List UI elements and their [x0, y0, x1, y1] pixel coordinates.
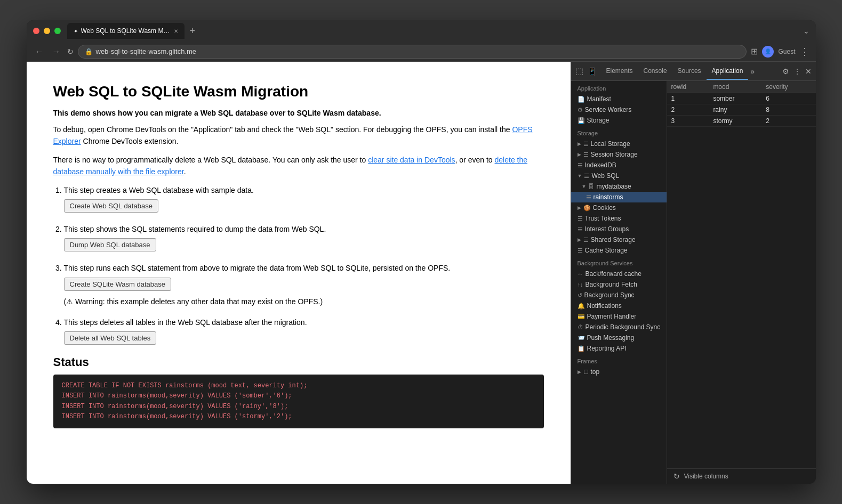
sidebar-item-service-workers[interactable]: ⚙ Service Workers	[571, 104, 667, 115]
tab-application[interactable]: Application	[707, 63, 749, 80]
devtools-close-icon[interactable]: ✕	[805, 67, 812, 76]
sidebar-item-shared-storage[interactable]: ▶ ☰ Shared Storage	[571, 234, 667, 245]
sidebar-item-label: Background Sync	[584, 291, 635, 299]
devtools-main-panel: rowid mood severity 1 somber 6	[667, 81, 816, 484]
websql-icon: ☰	[584, 173, 589, 180]
sidebar-item-background-sync[interactable]: ↺ Background Sync	[571, 290, 667, 300]
url-bar[interactable]: 🔒 web-sql-to-sqlite-wasm.glitch.me	[78, 45, 747, 59]
sidebar-item-manifest[interactable]: 📄 Manifest	[571, 94, 667, 104]
reload-button[interactable]: ↻	[67, 47, 74, 56]
device-icon[interactable]: 📱	[588, 67, 597, 76]
back-button[interactable]: ←	[33, 45, 46, 59]
cell-mood: somber	[709, 93, 761, 104]
tab-elements[interactable]: Elements	[601, 63, 638, 80]
intro-text-2-mid: , or even to	[455, 156, 495, 164]
code-line-4: INSERT INTO rainstorms(mood,severity) VA…	[62, 412, 535, 422]
vertical-dots-icon[interactable]: ⋮	[793, 67, 801, 76]
storage-icon: 💾	[578, 117, 585, 124]
titlebar-chevron-icon[interactable]: ⌄	[803, 27, 809, 35]
settings-icon[interactable]: ⚙	[782, 67, 789, 76]
step-4-list: This steps deletes all tables in the Web…	[53, 316, 544, 345]
notifications-icon: 🔔	[578, 303, 585, 310]
more-tabs-icon[interactable]: »	[750, 67, 755, 76]
sidebar-item-payment-handler[interactable]: 💳 Payment Handler	[571, 311, 667, 322]
sidebar-item-label: rainstorms	[594, 193, 623, 201]
close-button[interactable]	[33, 28, 39, 34]
table-row[interactable]: 2 rainy 8	[667, 104, 816, 116]
periodic-bg-sync-icon: ⏱	[578, 324, 583, 330]
visible-columns-label[interactable]: Visible columns	[684, 473, 728, 480]
sidebar-section-frames: Frames	[571, 354, 667, 367]
tab-sources[interactable]: Sources	[672, 63, 707, 80]
expand-icon: ▶	[578, 141, 581, 147]
tab-console[interactable]: Console	[638, 63, 672, 80]
status-heading: Status	[53, 355, 544, 369]
steps-list: This step creates a Web SQL database wit…	[53, 184, 544, 291]
intro-text-1-end: Chrome DevTools extension.	[81, 137, 179, 145]
sidebar-item-push-messaging[interactable]: 📨 Push Messaging	[571, 332, 667, 343]
frame-icon: ☐	[583, 369, 589, 376]
sidebar-item-interest-groups[interactable]: ☰ Interest Groups	[571, 224, 667, 234]
expand-icon: ▼	[578, 173, 582, 178]
page-subtitle: This demo shows how you can migrate a We…	[53, 109, 544, 117]
devtools-panel: ⬚ 📱 Elements Console Sources Application…	[571, 62, 816, 484]
sidebar-item-periodic-bg-sync[interactable]: ⏱ Periodic Background Sync	[571, 322, 667, 332]
cell-severity: 2	[761, 116, 815, 127]
delete-websql-button[interactable]: Delete all Web SQL tables	[64, 331, 157, 345]
create-websql-button[interactable]: Create Web SQL database	[64, 199, 158, 213]
sidebar-item-label: Service Workers	[585, 106, 632, 113]
expand-icon: ▶	[578, 152, 581, 157]
sidebar-item-label: Reporting API	[587, 345, 627, 352]
sidebar-item-cookies[interactable]: ▶ 🍪 Cookies	[571, 202, 667, 213]
sidebar-item-label: Interest Groups	[585, 225, 629, 233]
sidebar-item-cache-storage[interactable]: ☰ Cache Storage	[571, 245, 667, 256]
database-icon: 🗄	[588, 183, 594, 190]
guest-label: Guest	[778, 48, 795, 55]
sidebar-item-background-fetch[interactable]: ↑↓ Background Fetch	[571, 279, 667, 290]
sidebar-item-rainstorms[interactable]: ☰ rainstorms	[571, 192, 667, 202]
local-storage-icon: ☰	[583, 141, 589, 148]
sidebar-item-indexeddb[interactable]: ☰ IndexedDB	[571, 160, 667, 170]
expand-icon: ▶	[578, 369, 581, 375]
sidebar-item-storage[interactable]: 💾 Storage	[571, 115, 667, 126]
sidebar-item-websql[interactable]: ▼ ☰ Web SQL	[571, 170, 667, 181]
step-4-text: This steps deletes all tables in the Web…	[64, 318, 307, 327]
avatar[interactable]: 👤	[762, 46, 774, 58]
table-row[interactable]: 1 somber 6	[667, 93, 816, 104]
devtools-footer: ↻ Visible columns	[667, 468, 816, 484]
table-row[interactable]: 3 stormy 2	[667, 116, 816, 127]
sidebar-item-frames-top[interactable]: ▶ ☐ top	[571, 367, 667, 377]
payment-handler-icon: 💳	[578, 313, 585, 320]
sidebar-item-label: Trust Tokens	[585, 215, 621, 222]
sidebar-item-mydatabase[interactable]: ▼ 🗄 mydatabase	[571, 181, 667, 192]
clear-site-data-link[interactable]: clear site data in DevTools	[368, 156, 455, 164]
browser-window: ✦ Web SQL to SQLite Wasm Mig... ✕ + ⌄ ← …	[27, 20, 816, 484]
intro-paragraph-1: To debug, open Chrome DevTools on the "A…	[53, 124, 544, 148]
step-1-text: This step creates a Web SQL database wit…	[64, 186, 254, 194]
dump-websql-button[interactable]: Dump Web SQL database	[64, 238, 156, 251]
step-1: This step creates a Web SQL database wit…	[64, 184, 544, 213]
sidebar-item-reporting-api[interactable]: 📋 Reporting API	[571, 343, 667, 354]
sidebar-item-backforward-cache[interactable]: ↔ Back/forward cache	[571, 269, 667, 279]
extensions-icon[interactable]: ⊞	[751, 46, 758, 56]
sidebar-item-label: Local Storage	[591, 140, 630, 148]
inspect-icon[interactable]: ⬚	[575, 66, 583, 76]
sidebar-item-trust-tokens[interactable]: ☰ Trust Tokens	[571, 213, 667, 224]
tab-close-button[interactable]: ✕	[174, 28, 178, 34]
menu-button[interactable]: ⋮	[800, 46, 809, 58]
refresh-icon[interactable]: ↻	[673, 472, 680, 481]
create-sqlite-button[interactable]: Create SQLite Wasm database	[64, 278, 171, 291]
sidebar-item-local-storage[interactable]: ▶ ☰ Local Storage	[571, 139, 667, 149]
sidebar-section-storage: Storage	[571, 126, 667, 139]
sidebar-item-session-storage[interactable]: ▶ ☰ Session Storage	[571, 149, 667, 160]
active-tab[interactable]: ✦ Web SQL to SQLite Wasm Mig... ✕	[67, 23, 185, 39]
sidebar-item-label: Shared Storage	[591, 236, 636, 243]
maximize-button[interactable]	[54, 28, 61, 34]
sidebar-item-notifications[interactable]: 🔔 Notifications	[571, 300, 667, 311]
new-tab-button[interactable]: +	[187, 26, 199, 36]
minimize-button[interactable]	[44, 28, 50, 34]
forward-button[interactable]: →	[50, 45, 63, 59]
shared-storage-icon: ☰	[583, 237, 589, 243]
sidebar-item-label: Web SQL	[591, 172, 619, 180]
sidebar-item-label: Periodic Background Sync	[586, 323, 661, 331]
